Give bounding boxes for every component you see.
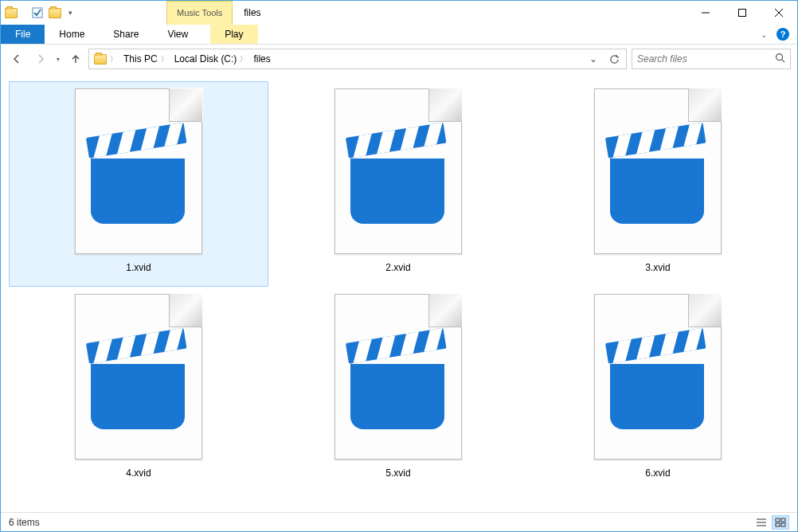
file-name: 2.xvid	[385, 262, 410, 273]
item-count: 6 items	[9, 517, 40, 528]
address-bar[interactable]: 〉 This PC 〉 Local Disk (C:) 〉 files ⌄	[88, 49, 627, 69]
help-icon[interactable]: ?	[776, 28, 789, 41]
file-name: 3.xvid	[645, 262, 670, 273]
forward-button[interactable]	[29, 49, 52, 69]
file-item[interactable]: 2.xvid	[268, 81, 528, 287]
spacer	[272, 1, 687, 25]
svg-rect-13	[781, 523, 785, 526]
file-name: 6.xvid	[645, 467, 670, 479]
tools-group-label: Music Tools	[177, 8, 222, 18]
video-file-icon	[75, 294, 202, 460]
video-file-icon	[334, 88, 462, 254]
address-row: ▾ 〉 This PC 〉 Local Disk (C:) 〉 files ⌄	[1, 45, 797, 73]
new-folder-icon[interactable]	[48, 6, 62, 20]
tab-play[interactable]: Play	[210, 25, 257, 44]
qat-dropdown-icon[interactable]: ▾	[65, 9, 76, 17]
video-file-icon	[594, 88, 722, 254]
chevron-right-icon: 〉	[161, 54, 168, 65]
svg-line-6	[782, 60, 784, 62]
address-dropdown-icon[interactable]: ⌄	[583, 49, 604, 68]
file-name: 5.xvid	[385, 467, 410, 479]
refresh-button[interactable]	[604, 49, 624, 68]
file-item[interactable]: 6.xvid	[528, 287, 788, 492]
ribbon-right: ⌄ ?	[753, 25, 797, 44]
file-grid: 1.xvid2.xvid3.xvid4.xvid5.xvid6.xvid	[1, 73, 797, 512]
svg-rect-10	[776, 518, 780, 522]
tab-share[interactable]: Share	[99, 25, 153, 44]
tab-home[interactable]: Home	[45, 25, 99, 44]
file-item[interactable]: 3.xvid	[528, 81, 788, 287]
breadcrumb-segment[interactable]: files	[250, 49, 273, 68]
maximize-button[interactable]	[724, 1, 761, 25]
recent-locations-icon[interactable]: ▾	[53, 56, 63, 63]
search-box[interactable]	[632, 49, 791, 69]
breadcrumb-root[interactable]: 〉	[91, 49, 120, 68]
file-item[interactable]: 5.xvid	[268, 287, 528, 492]
video-file-icon	[334, 294, 462, 460]
chevron-right-icon: 〉	[240, 54, 247, 65]
file-item[interactable]: 1.xvid	[9, 81, 268, 287]
svg-rect-11	[781, 518, 785, 522]
up-button[interactable]	[65, 49, 87, 69]
file-name: 4.xvid	[126, 467, 151, 479]
folder-icon	[4, 6, 18, 20]
search-input[interactable]	[637, 53, 775, 65]
properties-icon[interactable]	[30, 6, 45, 20]
tab-view[interactable]: View	[153, 25, 202, 44]
breadcrumb-segment[interactable]: Local Disk (C:) 〉	[171, 49, 251, 68]
svg-rect-2	[739, 10, 746, 17]
status-bar: 6 items	[1, 512, 797, 531]
window-controls	[687, 1, 797, 25]
file-tab[interactable]: File	[1, 25, 45, 44]
spacer	[79, 1, 166, 25]
svg-rect-12	[776, 523, 780, 526]
title-bar: ▾ Music Tools files	[1, 1, 797, 25]
svg-point-5	[776, 54, 783, 61]
spacer	[258, 25, 753, 44]
ribbon-tabs: File Home Share View Play ⌄ ?	[1, 25, 797, 45]
window-title: files	[233, 1, 272, 25]
quick-access-toolbar: ▾	[1, 1, 79, 25]
minimize-button[interactable]	[687, 1, 724, 25]
breadcrumb-label: files	[253, 53, 270, 65]
details-view-button[interactable]	[753, 515, 770, 530]
video-file-icon	[75, 88, 202, 254]
breadcrumb-segment[interactable]: This PC 〉	[120, 49, 171, 68]
contextual-tools-tab[interactable]: Music Tools	[166, 1, 233, 25]
video-file-icon	[594, 294, 722, 460]
breadcrumb-label: This PC	[123, 53, 158, 65]
breadcrumb-label: Local Disk (C:)	[174, 53, 237, 65]
file-name: 1.xvid	[126, 262, 151, 273]
close-button[interactable]	[761, 1, 797, 25]
folder-icon	[94, 54, 107, 65]
file-item[interactable]: 4.xvid	[9, 287, 268, 492]
expand-ribbon-icon[interactable]: ⌄	[761, 30, 767, 39]
back-button[interactable]	[6, 49, 28, 69]
large-icons-view-button[interactable]	[772, 515, 789, 530]
chevron-right-icon: 〉	[110, 54, 117, 65]
search-icon[interactable]	[775, 53, 785, 65]
